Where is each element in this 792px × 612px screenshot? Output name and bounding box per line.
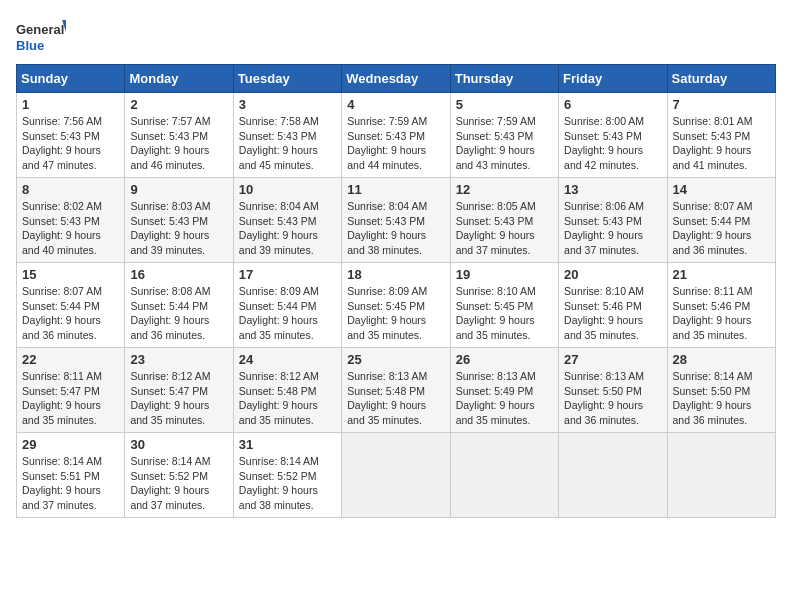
calendar-cell: 18 Sunrise: 8:09 AMSunset: 5:45 PMDaylig…: [342, 263, 450, 348]
calendar-cell: 17 Sunrise: 8:09 AMSunset: 5:44 PMDaylig…: [233, 263, 341, 348]
calendar-cell: 12 Sunrise: 8:05 AMSunset: 5:43 PMDaylig…: [450, 178, 558, 263]
day-info: Sunrise: 7:59 AMSunset: 5:43 PMDaylight:…: [456, 114, 553, 173]
day-info: Sunrise: 8:00 AMSunset: 5:43 PMDaylight:…: [564, 114, 661, 173]
calendar-cell: 29 Sunrise: 8:14 AMSunset: 5:51 PMDaylig…: [17, 433, 125, 518]
day-number: 31: [239, 437, 336, 452]
day-info: Sunrise: 8:02 AMSunset: 5:43 PMDaylight:…: [22, 199, 119, 258]
day-number: 24: [239, 352, 336, 367]
calendar-cell: 31 Sunrise: 8:14 AMSunset: 5:52 PMDaylig…: [233, 433, 341, 518]
calendar-cell: 27 Sunrise: 8:13 AMSunset: 5:50 PMDaylig…: [559, 348, 667, 433]
day-number: 4: [347, 97, 444, 112]
day-info: Sunrise: 8:01 AMSunset: 5:43 PMDaylight:…: [673, 114, 770, 173]
calendar-cell: 7 Sunrise: 8:01 AMSunset: 5:43 PMDayligh…: [667, 93, 775, 178]
calendar-header-row: SundayMondayTuesdayWednesdayThursdayFrid…: [17, 65, 776, 93]
day-header-saturday: Saturday: [667, 65, 775, 93]
day-header-wednesday: Wednesday: [342, 65, 450, 93]
day-info: Sunrise: 7:57 AMSunset: 5:43 PMDaylight:…: [130, 114, 227, 173]
calendar-body: 1 Sunrise: 7:56 AMSunset: 5:43 PMDayligh…: [17, 93, 776, 518]
day-info: Sunrise: 8:14 AMSunset: 5:52 PMDaylight:…: [130, 454, 227, 513]
day-info: Sunrise: 8:14 AMSunset: 5:51 PMDaylight:…: [22, 454, 119, 513]
day-info: Sunrise: 8:03 AMSunset: 5:43 PMDaylight:…: [130, 199, 227, 258]
day-number: 1: [22, 97, 119, 112]
day-header-sunday: Sunday: [17, 65, 125, 93]
calendar-week-1: 1 Sunrise: 7:56 AMSunset: 5:43 PMDayligh…: [17, 93, 776, 178]
day-info: Sunrise: 8:13 AMSunset: 5:49 PMDaylight:…: [456, 369, 553, 428]
day-number: 6: [564, 97, 661, 112]
calendar-cell: 1 Sunrise: 7:56 AMSunset: 5:43 PMDayligh…: [17, 93, 125, 178]
svg-text:General: General: [16, 22, 64, 37]
day-info: Sunrise: 8:14 AMSunset: 5:50 PMDaylight:…: [673, 369, 770, 428]
day-info: Sunrise: 8:09 AMSunset: 5:44 PMDaylight:…: [239, 284, 336, 343]
day-number: 25: [347, 352, 444, 367]
calendar-cell: 20 Sunrise: 8:10 AMSunset: 5:46 PMDaylig…: [559, 263, 667, 348]
calendar-cell: 23 Sunrise: 8:12 AMSunset: 5:47 PMDaylig…: [125, 348, 233, 433]
calendar-cell: 19 Sunrise: 8:10 AMSunset: 5:45 PMDaylig…: [450, 263, 558, 348]
day-number: 22: [22, 352, 119, 367]
calendar-cell: [667, 433, 775, 518]
day-header-monday: Monday: [125, 65, 233, 93]
day-info: Sunrise: 7:58 AMSunset: 5:43 PMDaylight:…: [239, 114, 336, 173]
day-info: Sunrise: 8:10 AMSunset: 5:45 PMDaylight:…: [456, 284, 553, 343]
day-header-tuesday: Tuesday: [233, 65, 341, 93]
day-number: 11: [347, 182, 444, 197]
day-info: Sunrise: 8:04 AMSunset: 5:43 PMDaylight:…: [239, 199, 336, 258]
day-number: 8: [22, 182, 119, 197]
day-number: 13: [564, 182, 661, 197]
calendar-cell: 2 Sunrise: 7:57 AMSunset: 5:43 PMDayligh…: [125, 93, 233, 178]
day-number: 15: [22, 267, 119, 282]
calendar-cell: 10 Sunrise: 8:04 AMSunset: 5:43 PMDaylig…: [233, 178, 341, 263]
day-info: Sunrise: 7:56 AMSunset: 5:43 PMDaylight:…: [22, 114, 119, 173]
calendar-table: SundayMondayTuesdayWednesdayThursdayFrid…: [16, 64, 776, 518]
day-number: 18: [347, 267, 444, 282]
calendar-cell: 14 Sunrise: 8:07 AMSunset: 5:44 PMDaylig…: [667, 178, 775, 263]
day-number: 16: [130, 267, 227, 282]
calendar-cell: 26 Sunrise: 8:13 AMSunset: 5:49 PMDaylig…: [450, 348, 558, 433]
day-number: 20: [564, 267, 661, 282]
calendar-cell: 6 Sunrise: 8:00 AMSunset: 5:43 PMDayligh…: [559, 93, 667, 178]
day-number: 26: [456, 352, 553, 367]
day-info: Sunrise: 8:12 AMSunset: 5:47 PMDaylight:…: [130, 369, 227, 428]
calendar-cell: 15 Sunrise: 8:07 AMSunset: 5:44 PMDaylig…: [17, 263, 125, 348]
day-number: 2: [130, 97, 227, 112]
calendar-cell: [559, 433, 667, 518]
calendar-cell: 4 Sunrise: 7:59 AMSunset: 5:43 PMDayligh…: [342, 93, 450, 178]
calendar-cell: 16 Sunrise: 8:08 AMSunset: 5:44 PMDaylig…: [125, 263, 233, 348]
day-number: 27: [564, 352, 661, 367]
day-info: Sunrise: 8:12 AMSunset: 5:48 PMDaylight:…: [239, 369, 336, 428]
day-info: Sunrise: 8:13 AMSunset: 5:50 PMDaylight:…: [564, 369, 661, 428]
logo: General Blue: [16, 16, 66, 56]
svg-text:Blue: Blue: [16, 38, 44, 53]
day-info: Sunrise: 8:11 AMSunset: 5:46 PMDaylight:…: [673, 284, 770, 343]
day-info: Sunrise: 8:13 AMSunset: 5:48 PMDaylight:…: [347, 369, 444, 428]
day-header-friday: Friday: [559, 65, 667, 93]
day-info: Sunrise: 8:04 AMSunset: 5:43 PMDaylight:…: [347, 199, 444, 258]
calendar-cell: [342, 433, 450, 518]
day-number: 7: [673, 97, 770, 112]
day-number: 10: [239, 182, 336, 197]
day-number: 21: [673, 267, 770, 282]
day-number: 30: [130, 437, 227, 452]
calendar-cell: 24 Sunrise: 8:12 AMSunset: 5:48 PMDaylig…: [233, 348, 341, 433]
calendar-week-4: 22 Sunrise: 8:11 AMSunset: 5:47 PMDaylig…: [17, 348, 776, 433]
calendar-cell: 13 Sunrise: 8:06 AMSunset: 5:43 PMDaylig…: [559, 178, 667, 263]
day-number: 5: [456, 97, 553, 112]
calendar-week-2: 8 Sunrise: 8:02 AMSunset: 5:43 PMDayligh…: [17, 178, 776, 263]
day-info: Sunrise: 8:14 AMSunset: 5:52 PMDaylight:…: [239, 454, 336, 513]
calendar-cell: 22 Sunrise: 8:11 AMSunset: 5:47 PMDaylig…: [17, 348, 125, 433]
calendar-cell: 9 Sunrise: 8:03 AMSunset: 5:43 PMDayligh…: [125, 178, 233, 263]
calendar-cell: 5 Sunrise: 7:59 AMSunset: 5:43 PMDayligh…: [450, 93, 558, 178]
calendar-week-5: 29 Sunrise: 8:14 AMSunset: 5:51 PMDaylig…: [17, 433, 776, 518]
calendar-cell: 25 Sunrise: 8:13 AMSunset: 5:48 PMDaylig…: [342, 348, 450, 433]
calendar-cell: [450, 433, 558, 518]
day-number: 9: [130, 182, 227, 197]
day-info: Sunrise: 8:09 AMSunset: 5:45 PMDaylight:…: [347, 284, 444, 343]
day-number: 29: [22, 437, 119, 452]
logo-svg: General Blue: [16, 16, 66, 56]
day-info: Sunrise: 8:07 AMSunset: 5:44 PMDaylight:…: [22, 284, 119, 343]
calendar-cell: 28 Sunrise: 8:14 AMSunset: 5:50 PMDaylig…: [667, 348, 775, 433]
day-number: 17: [239, 267, 336, 282]
day-number: 14: [673, 182, 770, 197]
calendar-cell: 11 Sunrise: 8:04 AMSunset: 5:43 PMDaylig…: [342, 178, 450, 263]
day-info: Sunrise: 8:10 AMSunset: 5:46 PMDaylight:…: [564, 284, 661, 343]
day-number: 28: [673, 352, 770, 367]
